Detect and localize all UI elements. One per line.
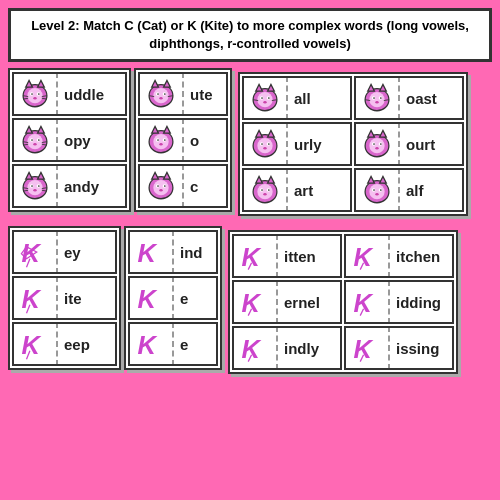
svg-point-75 [268,98,270,100]
svg-marker-91 [256,131,263,138]
svg-marker-2 [38,81,45,88]
svg-point-111 [257,184,272,199]
header-title: Level 2: Match C (Cat) or K (Kite) to mo… [31,18,469,51]
card-text: ourt [400,136,441,153]
card-row: opy [12,118,127,162]
cat-icon-4 [140,72,184,116]
svg-text:K: K [21,332,41,360]
svg-text:K: K [21,286,41,314]
cat-card-alf: alf [354,168,464,212]
card-row: uddle [12,72,127,116]
svg-point-7 [38,94,40,96]
kite-card-issing: K issing [344,326,454,370]
svg-point-124 [380,190,382,192]
svg-point-16 [27,134,42,149]
kite-card-itten: K itten [232,234,342,278]
kite-card-idding: K idding [344,280,454,324]
svg-text:K: K [241,290,261,318]
kite-card-ind: K ind [128,230,218,274]
top-right-panel: all [238,72,468,216]
cat-card-art: art [242,168,352,212]
svg-text:K: K [137,240,157,268]
kite-icon-2: K [14,276,58,320]
svg-text:K: K [21,240,41,268]
card-text: idding [390,294,447,311]
kite-icon-r2a: K [234,280,278,324]
svg-point-97 [268,144,270,146]
svg-marker-27 [26,173,33,180]
card-text: andy [58,178,105,195]
cat-icon-r1b [356,76,400,120]
svg-marker-70 [268,85,275,92]
cat-card-c: c [138,164,228,208]
svg-point-58 [159,143,162,146]
svg-point-74 [261,98,263,100]
card-text: ute [184,86,219,103]
svg-point-34 [33,189,36,192]
card-text: ey [58,244,87,261]
kite-icon-1: K [14,230,58,274]
card-text: ernel [278,294,326,311]
svg-point-20 [38,140,40,142]
svg-text:K: K [353,244,373,272]
cat-icon-r3b [356,168,400,212]
svg-point-123 [373,190,375,192]
svg-point-98 [263,147,266,150]
svg-point-87 [375,101,378,104]
cat-icon-5 [140,118,184,162]
svg-marker-40 [152,81,159,88]
cat-icon-3 [14,164,58,208]
card-text: itten [278,248,322,265]
svg-marker-51 [152,127,159,134]
svg-point-47 [159,97,162,100]
kite-card-ite: K ite [12,276,117,320]
kite-icon-5: K [130,276,174,320]
top-section: uddle [8,68,492,216]
kite-card-ey: K ey [12,230,117,274]
bottom-right-panel: K itten K itchen [228,230,458,374]
kite-icon-6: K [130,322,174,366]
svg-point-107 [375,147,378,150]
card-text: art [288,182,319,199]
svg-point-115 [268,190,270,192]
svg-point-71 [257,92,272,107]
svg-point-8 [33,97,36,100]
card-text: oast [400,90,443,107]
kite-icon-r1b: K [346,234,390,278]
kite-card-indly: K indly [232,326,342,370]
kite-icon-r2b: K [346,280,390,324]
cat-icon-1 [14,72,58,116]
svg-point-6 [31,94,33,96]
top-left-panel: uddle [8,68,232,212]
cat-card-opy: opy [12,118,127,162]
bottom-left-panel: K ey K ite [8,226,222,370]
svg-text:K: K [353,290,373,318]
svg-point-42 [153,88,168,103]
svg-marker-100 [368,131,375,138]
kite-icon-r3a: K [234,326,278,370]
svg-text:K: K [353,336,373,364]
svg-point-76 [263,101,266,104]
card-text: alf [400,182,430,199]
cat-card-uddle: uddle [12,72,127,116]
card-text: eep [58,336,96,353]
kite-icon-r1a: K [234,234,278,278]
card-text: c [184,178,204,195]
card-row: andy [12,164,127,208]
svg-marker-92 [268,131,275,138]
card-text: issing [390,340,445,357]
card-text: opy [58,132,97,149]
cat-icon-r3a [244,168,288,212]
cat-icon-r1a [244,76,288,120]
svg-point-86 [380,98,382,100]
svg-point-45 [157,94,159,96]
cat-card-oast: oast [354,76,464,120]
svg-point-102 [369,138,384,153]
svg-point-96 [261,144,263,146]
svg-marker-61 [164,173,171,180]
svg-marker-69 [256,85,263,92]
svg-marker-1 [26,81,33,88]
svg-marker-118 [368,177,375,184]
kite-card-eep: K eep [12,322,117,366]
cat-card-o: o [138,118,228,162]
